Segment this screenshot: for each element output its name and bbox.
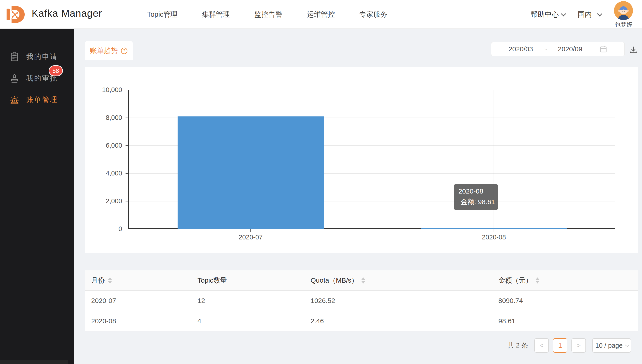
help-center-label: 帮助中心 (531, 10, 559, 19)
chevron-down-icon (561, 11, 566, 16)
help-center-menu[interactable]: 帮助中心 (531, 10, 565, 19)
y-axis-label: 8,000 (70, 114, 122, 122)
app-title: Kafka Manager (32, 8, 102, 19)
sort-icon[interactable] (535, 278, 539, 284)
y-axis-tick (126, 201, 128, 202)
y-axis-tick (126, 90, 128, 90)
sidebar-item-my-applications[interactable]: 我的申请 (0, 46, 74, 67)
y-axis-label: 4,000 (70, 170, 122, 177)
page-size-value: 10 / page (595, 342, 623, 349)
topics-cell: 12 (198, 297, 311, 304)
stamp-icon (10, 73, 20, 83)
region-select[interactable]: 国内 (578, 10, 601, 19)
chart-tooltip: 2020-08 金额: 98.61 (454, 184, 498, 210)
y-axis-label: 10,000 (70, 86, 122, 94)
nav-ops[interactable]: 运维管控 (307, 10, 335, 19)
y-axis-tick (126, 118, 128, 118)
nav-expert[interactable]: 专家服务 (359, 10, 387, 19)
column-header-topics: Topic数量 (198, 276, 311, 285)
tab-billing-trend[interactable]: 账单趋势 ? (85, 41, 133, 60)
x-axis-tick (494, 229, 494, 232)
approval-count-badge: 58 (49, 66, 62, 76)
app-header: Kafka Manager Topic管理 集群管理 监控告警 运维管控 专家服… (0, 0, 642, 29)
column-header-amount[interactable]: 金额（元） (498, 276, 631, 285)
date-range-end[interactable]: 2020/09 (558, 45, 582, 53)
table-row: 2020-07 12 1026.52 8090.74 (85, 291, 638, 311)
quota-cell: 1026.52 (311, 297, 498, 304)
avatar (614, 1, 633, 20)
sidebar-item-label: 我的申请 (26, 52, 58, 62)
bar-2020-07[interactable] (178, 116, 324, 229)
svg-text:?: ? (123, 48, 125, 53)
x-axis-tick (250, 229, 251, 232)
nav-cluster[interactable]: 集群管理 (202, 10, 230, 19)
column-label: 月份 (91, 276, 105, 285)
app-logo-icon[interactable] (6, 4, 27, 25)
siren-icon (10, 95, 20, 105)
sidebar-collapse-bar[interactable] (0, 360, 68, 364)
pagination: 共 2 条 < 1 > 10 / page (508, 338, 631, 353)
sidebar-item-my-approvals[interactable]: 我的审批 58 (0, 67, 74, 89)
tab-label: 账单趋势 (90, 46, 118, 56)
y-axis-tick (126, 173, 128, 174)
crosshair-line (494, 90, 494, 229)
calendar-icon (599, 45, 607, 53)
question-circle-icon[interactable]: ? (121, 47, 128, 54)
chevron-down-icon (597, 11, 602, 16)
month-link[interactable]: 2020-07 (91, 297, 198, 304)
sidebar-item-billing[interactable]: 账单管理 (0, 89, 74, 110)
billing-trend-chart-card: 2020-08 金额: 98.61 02,0004,0006,0008,0001… (85, 67, 638, 253)
column-label: 金额（元） (498, 276, 532, 285)
gridline (129, 90, 615, 90)
page-size-select[interactable]: 10 / page (592, 338, 631, 353)
column-header-quota[interactable]: Quota（MB/s） (311, 276, 498, 285)
clipboard-icon (10, 52, 20, 62)
sort-icon[interactable] (361, 278, 365, 284)
sort-icon[interactable] (108, 278, 112, 284)
download-icon (629, 45, 638, 54)
y-axis-label: 6,000 (70, 142, 122, 149)
table-header-row: 月份 Topic数量 Quota（MB/s） 金额（元） (85, 270, 638, 291)
amount-cell: 8090.74 (498, 297, 631, 304)
next-page-button[interactable]: > (571, 338, 586, 353)
user-menu[interactable]: 包梦婷 (614, 1, 633, 28)
download-button[interactable] (629, 45, 638, 54)
top-nav: Topic管理 集群管理 监控告警 运维管控 专家服务 (147, 0, 387, 29)
y-axis-tick (126, 229, 128, 229)
x-axis-label: 2020-08 (460, 234, 528, 241)
date-range-separator: ~ (543, 45, 547, 53)
sidebar-item-label: 账单管理 (26, 95, 58, 104)
region-label: 国内 (578, 10, 592, 19)
column-label: Topic数量 (198, 276, 227, 285)
date-range-picker[interactable]: 2020/03 ~ 2020/09 (491, 42, 625, 56)
nav-topic[interactable]: Topic管理 (147, 10, 177, 19)
y-axis-label: 0 (70, 225, 122, 233)
topics-cell: 4 (198, 317, 311, 325)
y-axis-label: 2,000 (70, 197, 122, 205)
page-1-button[interactable]: 1 (553, 338, 567, 353)
month-link[interactable]: 2020-08 (91, 317, 198, 325)
column-label: Quota（MB/s） (311, 276, 358, 285)
date-range-start[interactable]: 2020/03 (508, 45, 533, 53)
chevron-down-icon (625, 343, 629, 347)
total-count: 共 2 条 (508, 341, 528, 350)
tooltip-title: 2020-08 (458, 188, 494, 195)
billing-table: 月份 Topic数量 Quota（MB/s） 金额（元） 2020-07 12 … (85, 270, 638, 332)
user-name: 包梦婷 (615, 20, 632, 28)
sidebar: 我的申请 我的审批 58 (0, 29, 74, 364)
bar-chart: 2020-08 金额: 98.61 02,0004,0006,0008,0001… (128, 90, 615, 229)
nav-monitor[interactable]: 监控告警 (254, 10, 282, 19)
quota-cell: 2.46 (311, 317, 498, 325)
column-header-month[interactable]: 月份 (91, 276, 198, 285)
amount-cell: 98.61 (498, 317, 631, 325)
y-axis-tick (126, 145, 128, 146)
prev-page-button[interactable]: < (534, 338, 549, 353)
table-row: 2020-08 4 2.46 98.61 (85, 311, 638, 332)
tooltip-value: 金额: 98.61 (461, 197, 495, 207)
x-axis-label: 2020-07 (217, 234, 285, 241)
